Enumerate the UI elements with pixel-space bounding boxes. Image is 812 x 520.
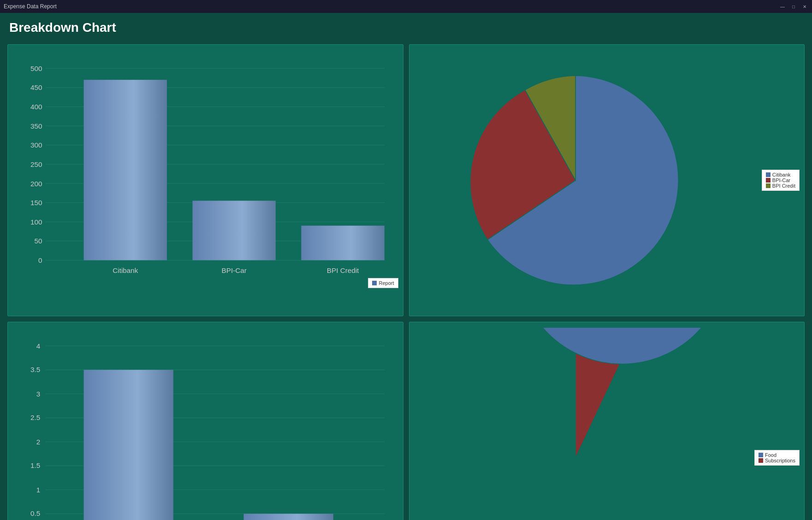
- svg-text:150: 150: [30, 199, 42, 207]
- svg-rect-26: [301, 226, 384, 260]
- svg-text:300: 300: [30, 141, 42, 149]
- svg-rect-22: [84, 80, 167, 260]
- svg-text:350: 350: [30, 122, 42, 130]
- pie-chart-top-svg: [415, 50, 799, 310]
- svg-text:400: 400: [30, 103, 42, 111]
- svg-text:250: 250: [30, 160, 42, 168]
- legend-bpi-credit: BPI Credit: [772, 183, 795, 189]
- pie-chart-top: Citibank BPI-Car BPI Credit: [409, 44, 805, 316]
- svg-text:BPI Credit: BPI Credit: [327, 266, 359, 274]
- svg-text:4: 4: [36, 342, 41, 350]
- bar-chart-bottom: 0 0.5 1 1.5 2 2.5 3 3.5 4 Foo: [7, 322, 403, 520]
- minimize-button[interactable]: —: [779, 3, 786, 10]
- svg-text:2: 2: [36, 438, 40, 446]
- close-button[interactable]: ✕: [801, 3, 808, 10]
- svg-text:1: 1: [36, 486, 40, 494]
- svg-text:3: 3: [36, 390, 40, 398]
- bar-chart-top-legend: Report: [368, 278, 398, 288]
- legend-report-label: Report: [379, 280, 394, 286]
- svg-text:BPI-Car: BPI-Car: [222, 266, 247, 274]
- bar-chart-top: 0 50 100 150 200 250 300 350 400 450 500: [7, 44, 403, 316]
- svg-text:0.5: 0.5: [30, 509, 40, 517]
- svg-text:1.5: 1.5: [30, 461, 40, 469]
- pie-chart-bottom: Food Subscriptions: [409, 322, 805, 520]
- svg-text:Citibank: Citibank: [113, 266, 138, 274]
- legend-subscriptions: Subscriptions: [765, 458, 795, 463]
- title-bar: Expense Data Report — □ ✕: [0, 0, 812, 13]
- svg-rect-46: [84, 370, 173, 520]
- pie-chart-top-legend: Citibank BPI-Car BPI Credit: [762, 170, 800, 191]
- bar-chart-bottom-svg: 0 0.5 1 1.5 2 2.5 3 3.5 4 Foo: [13, 328, 397, 520]
- svg-text:200: 200: [30, 180, 42, 188]
- page-title: Breakdown Chart: [0, 13, 812, 41]
- svg-text:3.5: 3.5: [30, 366, 40, 373]
- svg-text:0: 0: [38, 256, 42, 264]
- pie-chart-bottom-svg: [415, 328, 799, 520]
- svg-text:2.5: 2.5: [30, 414, 40, 421]
- maximize-button[interactable]: □: [790, 3, 797, 10]
- svg-text:100: 100: [30, 218, 42, 226]
- svg-rect-48: [244, 514, 333, 520]
- svg-text:50: 50: [34, 237, 42, 245]
- pie-chart-bottom-legend: Food Subscriptions: [754, 450, 800, 466]
- charts-container: 0 50 100 150 200 250 300 350 400 450 500: [0, 41, 812, 514]
- bar-chart-top-svg: 0 50 100 150 200 250 300 350 400 450 500: [13, 50, 397, 310]
- svg-rect-24: [193, 201, 276, 260]
- legend-bpi-car: BPI-Car: [772, 177, 790, 183]
- app-title: Expense Data Report: [4, 3, 57, 10]
- legend-citibank: Citibank: [772, 172, 791, 177]
- legend-food: Food: [765, 452, 776, 458]
- svg-text:500: 500: [30, 65, 42, 72]
- window-controls: — □ ✕: [779, 3, 808, 10]
- svg-text:450: 450: [30, 83, 42, 91]
